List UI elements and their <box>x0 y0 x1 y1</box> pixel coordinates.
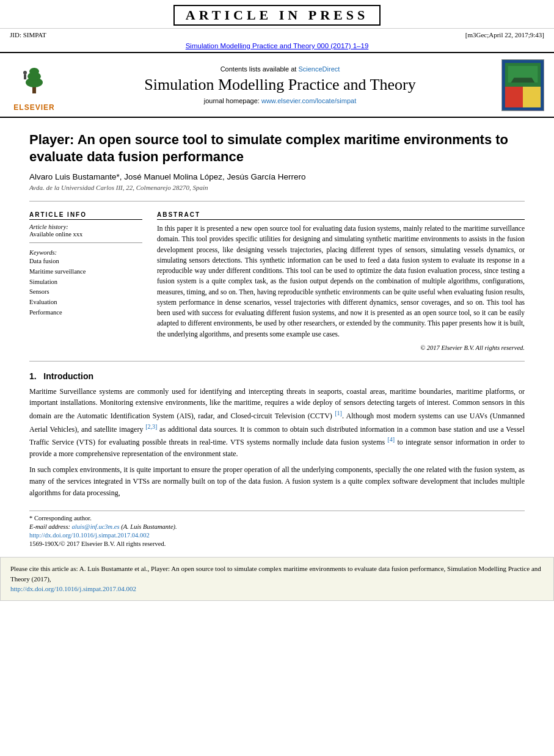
keywords-label: Keywords: <box>29 249 142 256</box>
intro-paragraph-1: Maritime Surveillance systems are common… <box>29 386 525 460</box>
abstract-col: ABSTRACT In this paper it is presented a… <box>157 211 525 351</box>
history-value: Available online xxx <box>29 231 142 238</box>
homepage-line: journal homepage: www.elsevier.com/locat… <box>66 97 494 104</box>
affiliation: Avda. de la Universidad Carlos III, 22, … <box>29 184 525 191</box>
jid-label: JID: SIMPAT <box>10 31 46 38</box>
journal-title-link[interactable]: Simulation Modelling Practice and Theory… <box>186 42 369 49</box>
keywords-section: Keywords: Data fusion Maritime surveilla… <box>29 242 142 318</box>
ref-2-3: [2,3] <box>145 423 157 430</box>
article-in-press-banner: ARTICLE IN PRESS <box>0 0 554 29</box>
rights-note: 1569-190X/© 2017 Elsevier B.V. All right… <box>29 540 525 547</box>
keyword-simulation: Simulation <box>29 277 142 288</box>
ref-1: [1] <box>335 410 342 416</box>
article-title: Player: An open source tool to simulate … <box>29 131 525 165</box>
svg-rect-10 <box>523 86 541 107</box>
sciencedirect-link[interactable]: ScienceDirect <box>298 65 340 73</box>
journal-cover-svg <box>502 59 544 111</box>
keyword-evaluation: Evaluation <box>29 297 142 308</box>
abstract-heading: ABSTRACT <box>157 211 525 220</box>
introduction-heading: 1. Introduction <box>29 371 525 381</box>
journal-header-center: Contents lists available at ScienceDirec… <box>66 65 494 104</box>
top-meta: JID: SIMPAT [m3Gec;April 22, 2017;9:43] <box>0 29 554 41</box>
elsevier-tree-svg <box>13 58 56 100</box>
intro-paragraph-2: In such complex environments, it is quit… <box>29 464 525 498</box>
citation-box: Please cite this article as: A. Luis Bus… <box>0 557 554 601</box>
journal-name: Simulation Modelling Practice and Theory <box>66 75 494 94</box>
elsevier-logo: ELSEVIER <box>10 58 59 112</box>
section-divider-1 <box>29 201 525 202</box>
svg-rect-6 <box>24 75 26 79</box>
email-note: E-mail address: aluis@inf.uc3m.es (A. Lu… <box>29 523 525 530</box>
doi-link-item: http://dx.doi.org/10.1016/j.simpat.2017.… <box>29 532 525 539</box>
keyword-performance: Performance <box>29 308 142 318</box>
keyword-maritime: Maritime surveillance <box>29 267 142 277</box>
contents-line: Contents lists available at ScienceDirec… <box>66 65 494 73</box>
article-title-section: Player: An open source tool to simulate … <box>29 131 525 191</box>
main-content: Player: An open source tool to simulate … <box>0 131 554 547</box>
homepage-link[interactable]: www.elsevier.com/locate/simpat <box>261 97 356 104</box>
svg-marker-12 <box>511 78 535 82</box>
abstract-text: In this paper it is presented a new open… <box>157 224 525 340</box>
copyright-line: © 2017 Elsevier B.V. All rights reserved… <box>157 344 525 351</box>
article-info-col: ARTICLE INFO Article history: Available … <box>29 211 142 351</box>
corresponding-author-note: * Corresponding author. <box>29 515 525 522</box>
svg-point-4 <box>29 68 39 75</box>
banner-text: ARTICLE IN PRESS <box>173 5 381 26</box>
journal-title-bar: Simulation Modelling Practice and Theory… <box>0 42 554 49</box>
article-info-heading: ARTICLE INFO <box>29 211 142 220</box>
footer-notes: * Corresponding author. E-mail address: … <box>29 511 525 547</box>
svg-rect-9 <box>505 86 523 107</box>
section-divider-2 <box>29 361 525 362</box>
journal-cover-image <box>501 59 544 111</box>
keyword-sensors: Sensors <box>29 287 142 297</box>
ref-4: [4] <box>387 436 395 443</box>
article-body-twocol: ARTICLE INFO Article history: Available … <box>29 211 525 351</box>
date-label: [m3Gec;April 22, 2017;9:43] <box>465 31 544 38</box>
journal-header: ELSEVIER Contents lists available at Sci… <box>0 52 554 118</box>
svg-point-5 <box>23 71 27 75</box>
elsevier-wordmark: ELSEVIER <box>10 103 59 112</box>
email-link[interactable]: aluis@inf.uc3m.es <box>72 523 120 530</box>
doi-link[interactable]: http://dx.doi.org/10.1016/j.simpat.2017.… <box>29 532 150 539</box>
citation-doi-link[interactable]: http://dx.doi.org/10.1016/j.simpat.2017.… <box>10 585 136 592</box>
history-label: Article history: <box>29 224 142 230</box>
authors: Alvaro Luis Bustamante*, José Manuel Mol… <box>29 172 525 181</box>
citation-text: Please cite this article as: A. Luis Bus… <box>10 565 541 583</box>
keyword-data-fusion: Data fusion <box>29 256 142 267</box>
